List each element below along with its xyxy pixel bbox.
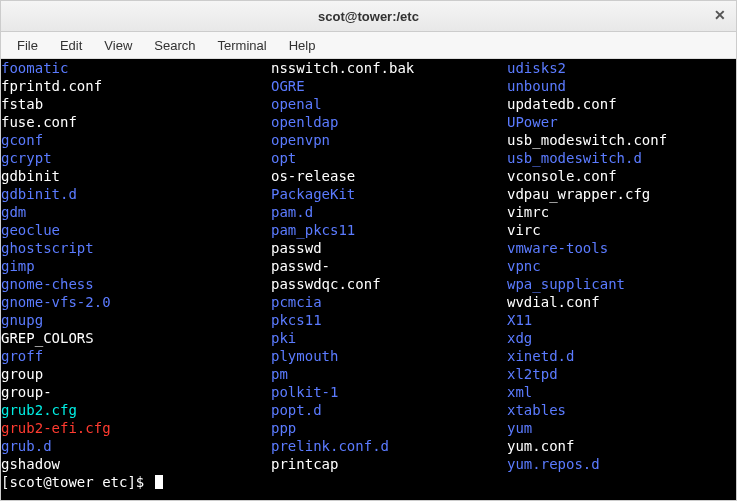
menu-edit[interactable]: Edit [50,36,92,55]
file-entry: xl2tpd [507,365,558,383]
file-entry: group- [1,383,271,401]
listing-row: fstabopenalupdatedb.conf [1,95,736,113]
file-entry: vimrc [507,203,549,221]
file-entry: yum.conf [507,437,574,455]
file-entry: vpnc [507,257,541,275]
file-entry: pkcs11 [271,311,507,329]
file-entry: os-release [271,167,507,185]
file-entry: X11 [507,311,532,329]
file-entry: xtables [507,401,566,419]
file-entry: grub2.cfg [1,401,271,419]
listing-row: grouppmxl2tpd [1,365,736,383]
file-entry: group [1,365,271,383]
file-entry: gdbinit [1,167,271,185]
listing-row: group-polkit-1xml [1,383,736,401]
file-entry: updatedb.conf [507,95,617,113]
listing-row: gdmpam.dvimrc [1,203,736,221]
file-entry: geoclue [1,221,271,239]
file-entry: pki [271,329,507,347]
listing-row: gdbinitos-releasevconsole.conf [1,167,736,185]
file-entry: passwd- [271,257,507,275]
file-entry: grub.d [1,437,271,455]
file-entry: openal [271,95,507,113]
file-entry: UPower [507,113,558,131]
file-entry: wvdial.conf [507,293,600,311]
listing-row: gimppasswd-vpnc [1,257,736,275]
file-entry: vconsole.conf [507,167,617,185]
file-entry: xinetd.d [507,347,574,365]
cursor-icon [155,475,163,489]
file-entry: passwdqc.conf [271,275,507,293]
file-entry: pam.d [271,203,507,221]
menu-terminal[interactable]: Terminal [208,36,277,55]
listing-row: gdbinit.dPackageKitvdpau_wrapper.cfg [1,185,736,203]
file-entry: ghostscript [1,239,271,257]
menu-view[interactable]: View [94,36,142,55]
menu-file[interactable]: File [7,36,48,55]
file-entry: gdm [1,203,271,221]
terminal-output[interactable]: foomaticnsswitch.conf.bakudisks2fprintd.… [1,59,736,500]
file-entry: gshadow [1,455,271,473]
listing-row: gshadowprintcapyum.repos.d [1,455,736,473]
listing-row: gcryptoptusb_modeswitch.d [1,149,736,167]
listing-row: groffplymouthxinetd.d [1,347,736,365]
file-entry: pam_pkcs11 [271,221,507,239]
file-entry: wpa_supplicant [507,275,625,293]
listing-row: grub2-efi.cfgpppyum [1,419,736,437]
file-entry: openvpn [271,131,507,149]
listing-row: fuse.confopenldapUPower [1,113,736,131]
file-entry: gnupg [1,311,271,329]
prompt-text: [scot@tower etc]$ [1,473,153,491]
file-entry: fuse.conf [1,113,271,131]
terminal-window: scot@tower:/etc ✕ File Edit View Search … [0,0,737,501]
listing-row: grub.dprelink.conf.dyum.conf [1,437,736,455]
listing-row: fprintd.confOGREunbound [1,77,736,95]
file-entry: foomatic [1,59,271,77]
file-entry: unbound [507,77,566,95]
file-entry: yum [507,419,532,437]
listing-row: foomaticnsswitch.conf.bakudisks2 [1,59,736,77]
file-entry: vmware-tools [507,239,608,257]
file-entry: pm [271,365,507,383]
file-entry: pcmcia [271,293,507,311]
file-entry: fprintd.conf [1,77,271,95]
file-entry: nsswitch.conf.bak [271,59,507,77]
window-title: scot@tower:/etc [1,9,736,24]
file-entry: virc [507,221,541,239]
file-entry: opt [271,149,507,167]
menubar: File Edit View Search Terminal Help [1,32,736,59]
file-entry: gconf [1,131,271,149]
listing-row: gconfopenvpnusb_modeswitch.conf [1,131,736,149]
file-entry: openldap [271,113,507,131]
file-entry: passwd [271,239,507,257]
shell-prompt[interactable]: [scot@tower etc]$ [1,473,736,491]
listing-row: GREP_COLORSpkixdg [1,329,736,347]
listing-row: gnome-chesspasswdqc.confwpa_supplicant [1,275,736,293]
titlebar: scot@tower:/etc ✕ [1,1,736,32]
file-entry: xml [507,383,532,401]
file-entry: fstab [1,95,271,113]
file-entry: GREP_COLORS [1,329,271,347]
file-entry: polkit-1 [271,383,507,401]
file-entry: printcap [271,455,507,473]
file-entry: gnome-vfs-2.0 [1,293,271,311]
file-entry: PackageKit [271,185,507,203]
menu-search[interactable]: Search [144,36,205,55]
file-entry: xdg [507,329,532,347]
listing-row: gnupgpkcs11X11 [1,311,736,329]
file-entry: gnome-chess [1,275,271,293]
close-icon[interactable]: ✕ [714,7,726,23]
file-entry: popt.d [271,401,507,419]
file-entry: gdbinit.d [1,185,271,203]
file-entry: usb_modeswitch.d [507,149,642,167]
listing-row: ghostscriptpasswdvmware-tools [1,239,736,257]
listing-row: geocluepam_pkcs11virc [1,221,736,239]
file-entry: plymouth [271,347,507,365]
listing-row: gnome-vfs-2.0pcmciawvdial.conf [1,293,736,311]
file-entry: prelink.conf.d [271,437,507,455]
menu-help[interactable]: Help [279,36,326,55]
file-entry: grub2-efi.cfg [1,419,271,437]
file-entry: gimp [1,257,271,275]
file-entry: ppp [271,419,507,437]
file-entry: vdpau_wrapper.cfg [507,185,650,203]
